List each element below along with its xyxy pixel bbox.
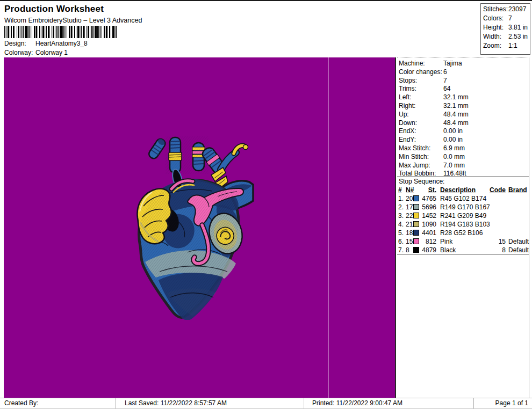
machine-info-value: 7 xyxy=(443,77,447,85)
stop-sequence-row: 5.184401R28 G52 B106 xyxy=(397,229,529,237)
machine-info-row: Total Bobbin:116.48ft xyxy=(399,170,528,178)
thread-color-swatch xyxy=(413,221,419,227)
page-number: Page 1 of 1 xyxy=(495,398,528,408)
stitch-count: 4879 xyxy=(420,246,436,254)
summary-label: Height: xyxy=(483,23,508,32)
machine-info-row: Trims:64 xyxy=(399,85,528,93)
summary-value: 23097 xyxy=(508,5,526,14)
needle-number: 22 xyxy=(406,211,413,220)
machine-info-label: Left: xyxy=(399,93,443,102)
thread-color-swatch xyxy=(413,230,419,236)
machine-info-value: 6 xyxy=(443,68,447,77)
worksheet-header: Production Worksheet Wilcom EmbroiderySt… xyxy=(0,0,532,57)
machine-info-value: 0.00 in xyxy=(443,127,463,136)
colorway-value: Colorway 1 xyxy=(35,49,68,56)
machine-info-label: Color changes: xyxy=(399,68,443,77)
machine-info-row: EndY:0.00 in xyxy=(399,136,528,144)
needle-number: 18 xyxy=(406,229,413,237)
machine-info-label: Up: xyxy=(399,111,443,119)
thread-color-swatch xyxy=(413,247,419,253)
stop-number: 5. xyxy=(398,229,404,237)
stop-number: 1. xyxy=(398,194,404,203)
production-worksheet-page: Production Worksheet Wilcom EmbroiderySt… xyxy=(0,0,532,409)
machine-info-label: Machine: xyxy=(399,60,443,68)
machine-info-list: Machine:TajimaColor changes:6Stops:7Trim… xyxy=(399,60,528,178)
machine-info-label: EndX: xyxy=(399,127,443,136)
stop-sequence-row: 3.221452R241 G209 B49 xyxy=(397,211,529,220)
colorway-row: Colorway:Colorway 1 xyxy=(4,49,68,57)
machine-info-value: 0.00 in xyxy=(443,136,463,144)
thread-description: R241 G209 B49 xyxy=(440,211,486,220)
machine-info-row: Min Stitch:0.0 mm xyxy=(399,153,528,162)
stitch-count: 1090 xyxy=(420,220,436,229)
machine-info-row: Color changes:6 xyxy=(399,68,528,77)
summary-label: Colors: xyxy=(483,14,508,23)
thread-color-swatch xyxy=(413,195,419,201)
software-subtitle: Wilcom EmbroideryStudio – Level 3 Advanc… xyxy=(4,17,142,24)
thread-brand: Default xyxy=(508,237,529,246)
machine-info-row: Max Stitch:6.9 mm xyxy=(399,144,528,153)
footer-divider xyxy=(304,398,304,408)
machine-info-value: Tajima xyxy=(443,60,462,68)
page-title: Production Worksheet xyxy=(4,4,104,14)
thread-description: R28 G52 B106 xyxy=(440,229,483,237)
summary-value: 2.53 in xyxy=(508,32,528,41)
barcode-icon xyxy=(4,26,120,38)
table-bottom-divider xyxy=(397,254,529,255)
machine-info-row: Machine:Tajima xyxy=(399,60,528,68)
created-by-label: Created By: xyxy=(4,398,38,408)
col-brand: Brand xyxy=(508,186,527,194)
stop-sequence-rows: 1.204765R45 G102 B1742.175696R149 G170 B… xyxy=(397,194,529,254)
machine-info-label: Min Stitch: xyxy=(399,153,443,162)
thread-color-swatch xyxy=(413,213,419,218)
worksheet-footer: Created By: Last Saved: 11/22/2022 8:57:… xyxy=(0,398,532,409)
stop-number: 7. xyxy=(398,246,404,254)
needle-number: 21 xyxy=(406,220,413,229)
printed-text: Printed: 11/22/2022 9:00:47 AM xyxy=(312,398,402,408)
stop-number: 3. xyxy=(398,211,404,220)
machine-info-row: Max Jump:7.0 mm xyxy=(399,162,528,170)
machine-info-label: Down: xyxy=(399,119,443,128)
footer-divider xyxy=(473,398,474,408)
machine-info-row: Left:32.1 mm xyxy=(399,93,528,102)
stop-sequence-row: 1.204765R45 G102 B174 xyxy=(397,194,529,203)
stop-sequence-title: Stop Sequence: xyxy=(399,178,444,185)
needle-number: 8 xyxy=(406,246,409,254)
stop-sequence-row: 2.175696R149 G170 B167 xyxy=(397,203,529,211)
summary-row: Colors:7 xyxy=(483,14,530,23)
thread-brand: Default xyxy=(508,246,529,254)
machine-info-label: EndY: xyxy=(399,136,443,144)
machine-info-panel: Machine:TajimaColor changes:6Stops:7Trim… xyxy=(397,57,529,398)
machine-info-row: Stops:7 xyxy=(399,77,528,85)
col-description: Description xyxy=(440,186,476,194)
machine-info-value: 32.1 mm xyxy=(443,93,469,102)
col-code: Code xyxy=(482,186,506,194)
machine-info-label: Stops: xyxy=(399,77,443,85)
machine-info-value: 6.9 mm xyxy=(443,144,465,153)
summary-value: 3.81 in xyxy=(508,23,528,32)
machine-info-label: Max Jump: xyxy=(399,162,443,170)
summary-label: Width: xyxy=(483,32,508,41)
stop-number: 4. xyxy=(398,220,404,229)
col-needle: N# xyxy=(406,186,414,194)
machine-info-value: 7.0 mm xyxy=(443,162,465,170)
summary-label: Stitches: xyxy=(483,5,508,14)
section-divider xyxy=(397,176,529,177)
summary-value: 1:1 xyxy=(508,41,517,50)
stitch-count: 4765 xyxy=(420,194,436,203)
design-label: Design: xyxy=(4,40,35,48)
machine-info-row: Right:32.1 mm xyxy=(399,102,528,111)
machine-info-value: 116.48ft xyxy=(443,170,466,178)
thread-code: 15 xyxy=(482,237,506,246)
embroidery-design-preview xyxy=(136,136,254,320)
machine-info-label: Total Bobbin: xyxy=(399,170,443,178)
summary-row: Height:3.81 in xyxy=(483,23,530,32)
stitch-count: 5696 xyxy=(420,203,436,211)
anatomical-heart-embroidery-svg xyxy=(136,136,254,320)
needle-number: 20 xyxy=(406,194,413,203)
stop-number: 2. xyxy=(398,203,404,211)
summary-value: 7 xyxy=(508,14,512,23)
machine-info-row: Up:48.4 mm xyxy=(399,111,528,119)
last-saved-text: Last Saved: 11/22/2022 8:57:57 AM xyxy=(125,398,227,408)
stop-sequence-row: 6.15812Pink15Default xyxy=(397,237,529,246)
